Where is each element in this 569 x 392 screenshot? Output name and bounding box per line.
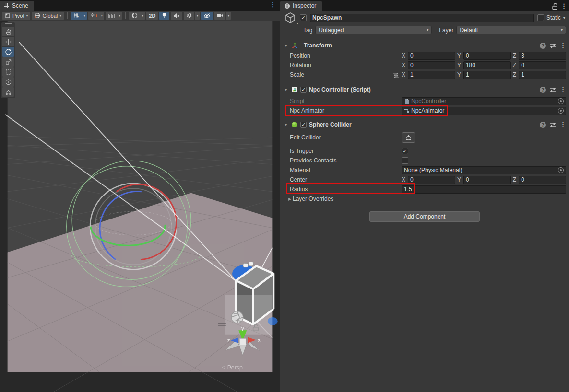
- object-picker-icon[interactable]: [558, 108, 564, 114]
- provides-contacts-checkbox[interactable]: [402, 157, 408, 164]
- presets-icon[interactable]: [550, 43, 556, 48]
- script-object-field[interactable]: NpcController: [402, 97, 566, 105]
- effects-dropdown[interactable]: ▾: [194, 12, 200, 20]
- axis-y-label: Y: [457, 52, 461, 59]
- scale-icon: [5, 58, 12, 66]
- inspector-menu-kebab[interactable]: ⋮: [561, 1, 567, 11]
- tab-scene[interactable]: Scene: [0, 1, 34, 11]
- scene-visibility-button[interactable]: [201, 12, 213, 20]
- pivot-toggle-button[interactable]: Pivot ▾: [2, 12, 30, 20]
- position-z-input[interactable]: 3: [519, 52, 566, 60]
- npc-animator-object-field[interactable]: NpcAnimator: [402, 107, 566, 115]
- center-x-input[interactable]: 0: [408, 176, 455, 184]
- view-tool-button[interactable]: [2, 27, 14, 36]
- help-icon[interactable]: ?: [540, 122, 546, 128]
- add-component-button[interactable]: Add Component: [369, 211, 480, 222]
- foldout-icon[interactable]: ▼: [283, 44, 289, 48]
- layer-dropdown[interactable]: Default ▾: [456, 26, 566, 34]
- persp-arrow[interactable]: <: [222, 364, 225, 370]
- persp-label[interactable]: Persp: [227, 364, 243, 371]
- presets-icon[interactable]: [550, 87, 556, 92]
- component-menu-kebab[interactable]: ⋮: [560, 41, 566, 50]
- effects-toggle-button[interactable]: [184, 12, 194, 20]
- component-menu-kebab[interactable]: ⋮: [560, 120, 566, 129]
- camera-settings-dropdown[interactable]: ▾: [225, 12, 231, 20]
- sphere-collider-header[interactable]: ▼ ✓ Sphere Collider ? ⋮: [280, 119, 569, 130]
- grid-snapping-button[interactable]: [88, 12, 99, 20]
- scale-z-input[interactable]: 1: [519, 71, 566, 79]
- center-y-input[interactable]: 0: [463, 176, 511, 184]
- object-picker-icon[interactable]: [558, 167, 564, 173]
- rotation-y-input[interactable]: 180: [463, 61, 511, 69]
- animator-asset-icon: [404, 108, 410, 114]
- unlink-icon[interactable]: [392, 72, 400, 79]
- grid-visibility-button[interactable]: Y: [71, 12, 82, 20]
- object-picker-icon[interactable]: [558, 98, 564, 104]
- scale-x-input[interactable]: 1: [408, 71, 455, 79]
- transform-header[interactable]: ▼ Transform ? ⋮: [280, 40, 569, 51]
- tab-inspector[interactable]: Inspector: [280, 1, 322, 11]
- shading-mode-button[interactable]: [129, 12, 140, 20]
- grid-visibility-dropdown[interactable]: ▾: [82, 12, 87, 20]
- light-bulb-icon: [162, 12, 167, 19]
- component-menu-kebab[interactable]: ⋮: [560, 85, 566, 94]
- scene-viewport[interactable]: y x z < Persp: [0, 21, 280, 392]
- edit-collider-button[interactable]: [402, 132, 415, 143]
- npc-controller-header[interactable]: ▼ # ✓ Npc Controller (Script) ? ⋮: [280, 84, 569, 95]
- scale-y-input[interactable]: 1: [463, 71, 511, 79]
- static-checkbox[interactable]: [537, 14, 544, 21]
- snap-increment-dropdown[interactable]: ▾: [117, 12, 122, 20]
- tag-dropdown[interactable]: Untagged ▾: [315, 26, 432, 34]
- rect-tool-button[interactable]: [2, 67, 14, 77]
- move-tool-button[interactable]: [2, 37, 14, 46]
- lighting-toggle-button[interactable]: [159, 12, 169, 20]
- radius-input[interactable]: 1.5: [402, 185, 566, 194]
- gameobject-name-input[interactable]: NpcSpawn: [310, 14, 534, 22]
- axis-x-label: X: [402, 62, 405, 69]
- gameobject-active-checkbox[interactable]: ✓: [300, 14, 307, 21]
- global-toggle-button[interactable]: Global ▾: [32, 12, 64, 20]
- is-trigger-label: Is Trigger: [290, 148, 402, 154]
- help-icon[interactable]: ?: [540, 43, 546, 49]
- camera-object[interactable]: [225, 262, 278, 334]
- foldout-collapsed-icon[interactable]: ▶: [287, 197, 293, 201]
- sphere-collider-enabled-checkbox[interactable]: ✓: [300, 122, 307, 128]
- grid-snapping-dropdown[interactable]: ▾: [99, 12, 104, 20]
- scale-tool-button[interactable]: [2, 57, 14, 67]
- rotate-tool-button[interactable]: [2, 47, 14, 57]
- foldout-icon[interactable]: ▼: [283, 123, 289, 127]
- is-trigger-checkbox[interactable]: ✓: [402, 148, 408, 154]
- rect-tool-icon: [5, 69, 12, 76]
- foldout-icon[interactable]: ▼: [283, 88, 289, 92]
- rotation-x-input[interactable]: 0: [408, 61, 455, 69]
- audio-toggle-button[interactable]: [171, 12, 182, 20]
- position-x-input[interactable]: 0: [408, 52, 455, 60]
- custom-tool-button[interactable]: [2, 87, 14, 97]
- rotation-z-input[interactable]: 0: [519, 61, 566, 69]
- info-icon: [284, 3, 290, 9]
- presets-icon[interactable]: [550, 122, 556, 127]
- gizmo-center-cube[interactable]: [239, 338, 246, 345]
- lock-open-icon[interactable]: [552, 3, 558, 10]
- layer-overrides-row[interactable]: ▶ Layer Overrides: [280, 194, 569, 204]
- increment-snap-icon: [108, 13, 115, 19]
- static-caret-icon[interactable]: ▾: [563, 16, 565, 20]
- center-z-input[interactable]: 0: [519, 176, 566, 184]
- material-row: Material None (Physic Material): [280, 165, 569, 175]
- npc-controller-enabled-checkbox[interactable]: ✓: [300, 87, 307, 93]
- add-component-label: Add Component: [404, 213, 446, 220]
- shading-mode-dropdown[interactable]: ▾: [140, 12, 145, 20]
- gameobject-cube-icon[interactable]: ▾: [284, 12, 296, 24]
- scene-menu-kebab[interactable]: ⋮: [267, 0, 279, 10]
- material-object-field[interactable]: None (Physic Material): [402, 166, 566, 174]
- axis-z-label: Z: [513, 71, 516, 78]
- gameobject-caret-icon: ▾: [296, 22, 298, 25]
- help-icon[interactable]: ?: [540, 87, 546, 93]
- 2d-toggle-button[interactable]: 2D: [146, 12, 158, 20]
- camera-settings-button[interactable]: [214, 12, 225, 20]
- snap-increment-button[interactable]: [106, 12, 117, 20]
- tools-overlay-handle[interactable]: [2, 22, 14, 26]
- position-y-input[interactable]: 0: [463, 52, 511, 60]
- transform-tool-button[interactable]: [2, 77, 14, 87]
- axis-z-label: Z: [513, 176, 516, 183]
